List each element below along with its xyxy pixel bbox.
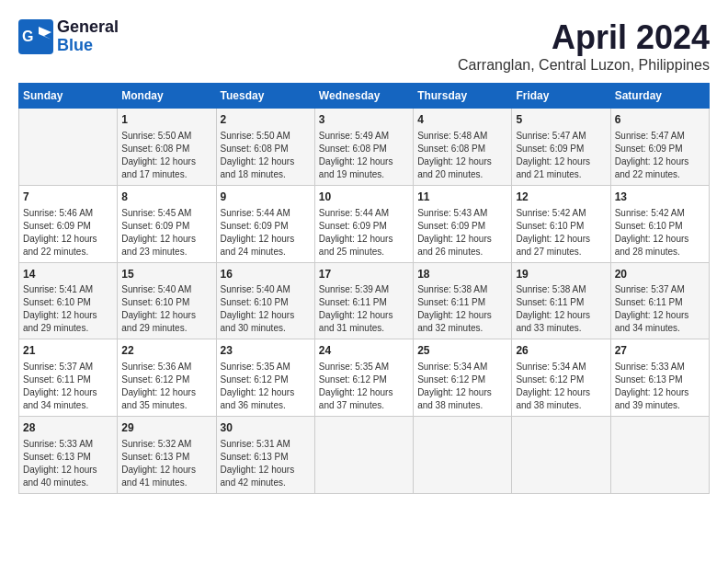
- day-info: Sunrise: 5:39 AMSunset: 6:11 PMDaylight:…: [319, 283, 409, 335]
- calendar-table: Sunday Monday Tuesday Wednesday Thursday…: [18, 83, 710, 494]
- day-number: 2: [221, 112, 311, 128]
- header-thursday: Thursday: [414, 84, 512, 109]
- day-info: Sunrise: 5:47 AMSunset: 6:09 PMDaylight:…: [615, 130, 705, 181]
- calendar-cell: [314, 417, 413, 494]
- day-number: 10: [319, 190, 409, 205]
- day-info: Sunrise: 5:46 AMSunset: 6:09 PMDaylight:…: [23, 207, 113, 259]
- page-subtitle: Carranglan, Central Luzon, Philippines: [458, 57, 710, 74]
- calendar-cell: 13Sunrise: 5:42 AMSunset: 6:10 PMDayligh…: [610, 185, 709, 262]
- calendar-week-3: 14Sunrise: 5:41 AMSunset: 6:10 PMDayligh…: [19, 262, 710, 339]
- day-number: 11: [417, 190, 507, 205]
- day-info: Sunrise: 5:42 AMSunset: 6:10 PMDaylight:…: [516, 207, 606, 259]
- day-number: 12: [516, 190, 606, 205]
- day-info: Sunrise: 5:34 AMSunset: 6:12 PMDaylight:…: [516, 361, 606, 412]
- day-number: 6: [615, 112, 705, 128]
- calendar-cell: 27Sunrise: 5:33 AMSunset: 6:13 PMDayligh…: [610, 339, 709, 417]
- day-info: Sunrise: 5:48 AMSunset: 6:08 PMDaylight:…: [417, 130, 507, 181]
- day-info: Sunrise: 5:44 AMSunset: 6:09 PMDaylight:…: [319, 207, 409, 259]
- logo-line2: Blue: [57, 37, 119, 55]
- day-info: Sunrise: 5:40 AMSunset: 6:10 PMDaylight:…: [221, 283, 311, 335]
- calendar-cell: 24Sunrise: 5:35 AMSunset: 6:12 PMDayligh…: [314, 339, 413, 417]
- calendar-cell: 22Sunrise: 5:36 AMSunset: 6:12 PMDayligh…: [118, 339, 216, 417]
- calendar-cell: 1Sunrise: 5:50 AMSunset: 6:08 PMDaylight…: [118, 109, 216, 186]
- day-info: Sunrise: 5:44 AMSunset: 6:09 PMDaylight:…: [221, 207, 311, 259]
- day-info: Sunrise: 5:33 AMSunset: 6:13 PMDaylight:…: [23, 438, 113, 489]
- header-tuesday: Tuesday: [216, 84, 314, 109]
- calendar-cell: 26Sunrise: 5:34 AMSunset: 6:12 PMDayligh…: [512, 339, 610, 417]
- day-number: 3: [319, 112, 409, 128]
- day-number: 19: [516, 267, 606, 282]
- day-info: Sunrise: 5:43 AMSunset: 6:09 PMDaylight:…: [417, 207, 507, 259]
- title-block: April 2024 Carranglan, Central Luzon, Ph…: [458, 18, 710, 74]
- day-number: 5: [516, 112, 606, 128]
- header-monday: Monday: [118, 84, 216, 109]
- day-number: 9: [221, 190, 311, 205]
- calendar-cell: 23Sunrise: 5:35 AMSunset: 6:12 PMDayligh…: [216, 339, 314, 417]
- calendar-week-4: 21Sunrise: 5:37 AMSunset: 6:11 PMDayligh…: [19, 339, 710, 417]
- day-info: Sunrise: 5:37 AMSunset: 6:11 PMDaylight:…: [23, 361, 113, 412]
- calendar-cell: [19, 109, 118, 186]
- calendar-cell: 5Sunrise: 5:47 AMSunset: 6:09 PMDaylight…: [512, 109, 610, 186]
- page-title: April 2024: [458, 18, 710, 57]
- calendar-cell: 7Sunrise: 5:46 AMSunset: 6:09 PMDaylight…: [19, 185, 118, 262]
- day-info: Sunrise: 5:49 AMSunset: 6:08 PMDaylight:…: [319, 130, 409, 181]
- day-info: Sunrise: 5:31 AMSunset: 6:13 PMDaylight:…: [221, 438, 311, 489]
- svg-text:G: G: [22, 29, 33, 44]
- calendar-cell: 16Sunrise: 5:40 AMSunset: 6:10 PMDayligh…: [216, 262, 314, 339]
- day-number: 28: [23, 420, 113, 436]
- day-number: 15: [121, 267, 211, 282]
- header-sunday: Sunday: [19, 84, 118, 109]
- day-info: Sunrise: 5:37 AMSunset: 6:11 PMDaylight:…: [615, 283, 705, 335]
- day-info: Sunrise: 5:50 AMSunset: 6:08 PMDaylight:…: [221, 130, 311, 181]
- day-info: Sunrise: 5:41 AMSunset: 6:10 PMDaylight:…: [23, 283, 113, 335]
- day-number: 30: [221, 420, 311, 436]
- day-info: Sunrise: 5:38 AMSunset: 6:11 PMDaylight:…: [516, 283, 606, 335]
- day-info: Sunrise: 5:45 AMSunset: 6:09 PMDaylight:…: [121, 207, 211, 259]
- calendar-week-1: 1Sunrise: 5:50 AMSunset: 6:08 PMDaylight…: [19, 109, 710, 186]
- day-number: 21: [23, 343, 113, 359]
- day-info: Sunrise: 5:40 AMSunset: 6:10 PMDaylight:…: [121, 283, 211, 335]
- day-number: 16: [221, 267, 311, 282]
- calendar-cell: 25Sunrise: 5:34 AMSunset: 6:12 PMDayligh…: [414, 339, 512, 417]
- calendar-cell: 4Sunrise: 5:48 AMSunset: 6:08 PMDaylight…: [414, 109, 512, 186]
- day-number: 18: [417, 267, 507, 282]
- day-number: 14: [23, 267, 113, 282]
- calendar-body: 1Sunrise: 5:50 AMSunset: 6:08 PMDaylight…: [19, 109, 710, 494]
- day-info: Sunrise: 5:50 AMSunset: 6:08 PMDaylight:…: [121, 130, 211, 181]
- calendar-cell: 10Sunrise: 5:44 AMSunset: 6:09 PMDayligh…: [314, 185, 413, 262]
- calendar-cell: 30Sunrise: 5:31 AMSunset: 6:13 PMDayligh…: [216, 417, 314, 494]
- calendar-cell: 8Sunrise: 5:45 AMSunset: 6:09 PMDaylight…: [118, 185, 216, 262]
- day-info: Sunrise: 5:36 AMSunset: 6:12 PMDaylight:…: [121, 361, 211, 412]
- calendar-cell: 3Sunrise: 5:49 AMSunset: 6:08 PMDaylight…: [314, 109, 413, 186]
- day-number: 29: [121, 420, 211, 436]
- calendar-cell: [610, 417, 709, 494]
- calendar-cell: 2Sunrise: 5:50 AMSunset: 6:08 PMDaylight…: [216, 109, 314, 186]
- calendar-cell: [414, 417, 512, 494]
- calendar-cell: 14Sunrise: 5:41 AMSunset: 6:10 PMDayligh…: [19, 262, 118, 339]
- day-info: Sunrise: 5:38 AMSunset: 6:11 PMDaylight:…: [417, 283, 507, 335]
- day-info: Sunrise: 5:33 AMSunset: 6:13 PMDaylight:…: [615, 361, 705, 412]
- day-number: 4: [417, 112, 507, 128]
- day-number: 17: [319, 267, 409, 282]
- day-number: 27: [615, 343, 705, 359]
- logo-icon: G: [18, 19, 53, 54]
- calendar-cell: 12Sunrise: 5:42 AMSunset: 6:10 PMDayligh…: [512, 185, 610, 262]
- page-header: G General Blue April 2024 Carranglan, Ce…: [18, 18, 710, 74]
- day-number: 26: [516, 343, 606, 359]
- day-number: 20: [615, 267, 705, 282]
- calendar-cell: 29Sunrise: 5:32 AMSunset: 6:13 PMDayligh…: [118, 417, 216, 494]
- day-number: 25: [417, 343, 507, 359]
- day-info: Sunrise: 5:42 AMSunset: 6:10 PMDaylight:…: [615, 207, 705, 259]
- day-info: Sunrise: 5:35 AMSunset: 6:12 PMDaylight:…: [319, 361, 409, 412]
- calendar-cell: 15Sunrise: 5:40 AMSunset: 6:10 PMDayligh…: [118, 262, 216, 339]
- calendar-cell: 28Sunrise: 5:33 AMSunset: 6:13 PMDayligh…: [19, 417, 118, 494]
- calendar-week-5: 28Sunrise: 5:33 AMSunset: 6:13 PMDayligh…: [19, 417, 710, 494]
- day-number: 24: [319, 343, 409, 359]
- day-number: 23: [221, 343, 311, 359]
- day-number: 7: [23, 190, 113, 205]
- calendar-cell: 11Sunrise: 5:43 AMSunset: 6:09 PMDayligh…: [414, 185, 512, 262]
- day-info: Sunrise: 5:35 AMSunset: 6:12 PMDaylight:…: [221, 361, 311, 412]
- calendar-week-2: 7Sunrise: 5:46 AMSunset: 6:09 PMDaylight…: [19, 185, 710, 262]
- logo-line1: General: [57, 18, 119, 37]
- calendar-cell: 20Sunrise: 5:37 AMSunset: 6:11 PMDayligh…: [610, 262, 709, 339]
